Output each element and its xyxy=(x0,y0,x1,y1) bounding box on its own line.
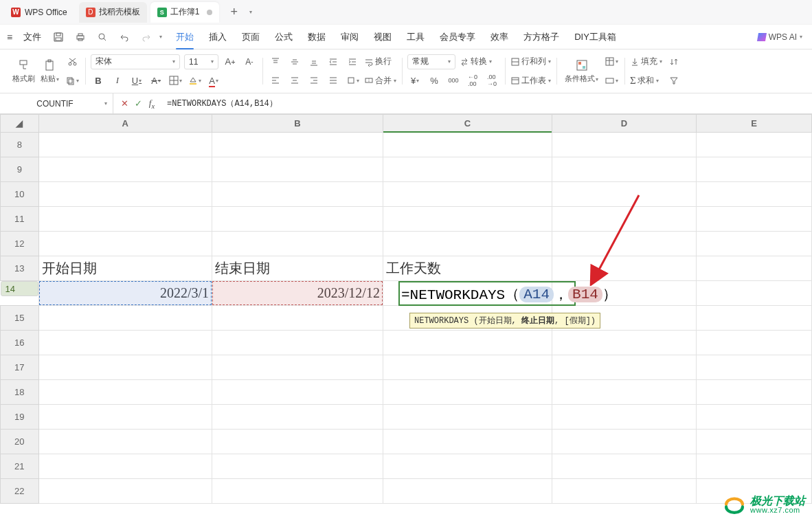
comma-button[interactable]: 000 xyxy=(446,73,461,88)
cell-E15[interactable] xyxy=(696,306,811,331)
cell-B10[interactable] xyxy=(212,182,383,207)
cell-D16[interactable] xyxy=(552,331,697,355)
cell-A16[interactable] xyxy=(38,331,212,355)
cell-D12[interactable] xyxy=(552,232,697,256)
menu-member[interactable]: 会员专享 xyxy=(440,31,475,43)
cell-E17[interactable] xyxy=(696,355,811,380)
formula-input[interactable]: =NETWORKDAYS（A14,B14） xyxy=(163,98,812,109)
row-header-19[interactable]: 19 xyxy=(1,405,39,430)
cell-C22[interactable] xyxy=(383,479,552,504)
redo-button[interactable] xyxy=(137,28,155,46)
preview-button[interactable] xyxy=(93,28,111,46)
decrease-font-button[interactable]: A- xyxy=(242,54,257,69)
cell-A21[interactable] xyxy=(38,454,212,479)
justify-button[interactable] xyxy=(326,73,341,88)
cut-button[interactable] xyxy=(65,54,80,69)
cell-E18[interactable] xyxy=(696,380,811,405)
cell-C11[interactable] xyxy=(383,207,552,232)
cell-A8[interactable] xyxy=(38,133,212,157)
border-button[interactable]: ▾ xyxy=(168,73,183,88)
cell-D9[interactable] xyxy=(552,157,697,182)
qat-dropdown[interactable]: ▾ xyxy=(159,34,162,40)
tab-list-button[interactable]: ▾ xyxy=(242,3,260,21)
cell-D10[interactable] xyxy=(552,182,697,207)
cell-B8[interactable] xyxy=(212,133,383,157)
cell-B15[interactable] xyxy=(212,306,383,331)
cell-C20[interactable] xyxy=(383,430,552,454)
font-size-select[interactable]: 11▾ xyxy=(184,54,218,69)
cell-A13[interactable]: 开始日期 xyxy=(38,256,212,281)
cell-D21[interactable] xyxy=(552,454,697,479)
currency-button[interactable]: ¥▾ xyxy=(407,73,422,88)
cell-B13[interactable]: 结束日期 xyxy=(212,256,383,281)
print-button[interactable] xyxy=(71,28,89,46)
cell-A18[interactable] xyxy=(38,380,212,405)
cell-C17[interactable] xyxy=(383,355,552,380)
col-header-B[interactable]: B xyxy=(212,115,383,133)
cell-B18[interactable] xyxy=(212,380,383,405)
cell-A12[interactable] xyxy=(38,232,212,256)
menu-start[interactable]: 开始 xyxy=(176,31,194,43)
align-left-button[interactable] xyxy=(268,73,283,88)
cell-D18[interactable] xyxy=(552,380,697,405)
name-box[interactable]: ▾ xyxy=(0,93,113,113)
cell-A14[interactable]: 2022/3/1 xyxy=(38,281,212,306)
cell-A10[interactable] xyxy=(38,182,212,207)
cell-B19[interactable] xyxy=(212,405,383,430)
spreadsheet-grid[interactable]: ◢ A B C D E 8 9 10 11 12 13 开始日期 结束日期 工作… xyxy=(0,114,812,522)
menu-insert[interactable]: 插入 xyxy=(209,31,227,43)
col-header-C[interactable]: C xyxy=(383,115,552,133)
cell-B16[interactable] xyxy=(212,331,383,355)
row-header-22[interactable]: 22 xyxy=(1,479,39,504)
select-all-corner[interactable]: ◢ xyxy=(1,115,39,133)
namebox-caret-icon[interactable]: ▾ xyxy=(104,100,107,107)
template-tab[interactable]: D 找稻壳模板 xyxy=(79,2,147,23)
cell-C18[interactable] xyxy=(383,380,552,405)
confirm-formula-button[interactable]: ✓ xyxy=(133,98,144,109)
italic-button[interactable]: I xyxy=(110,73,125,88)
indent-dec-button[interactable] xyxy=(326,54,341,69)
cell-E9[interactable] xyxy=(696,157,811,182)
row-header-16[interactable]: 16 xyxy=(1,331,39,355)
cell-B22[interactable] xyxy=(212,479,383,504)
menu-tools[interactable]: 工具 xyxy=(407,31,425,43)
percent-button[interactable]: % xyxy=(427,73,442,88)
align-center-button[interactable] xyxy=(287,73,302,88)
file-menu[interactable]: 文件 xyxy=(19,31,45,43)
menu-efficiency[interactable]: 效率 xyxy=(490,31,508,43)
cell-A15[interactable] xyxy=(38,306,212,331)
cell-A11[interactable] xyxy=(38,207,212,232)
cell-A17[interactable] xyxy=(38,355,212,380)
merge-button[interactable]: 合并▾ xyxy=(364,75,396,87)
undo-button[interactable] xyxy=(115,28,133,46)
cell-C19[interactable] xyxy=(383,405,552,430)
cell-C9[interactable] xyxy=(383,157,552,182)
row-header-18[interactable]: 18 xyxy=(1,380,39,405)
cell-A9[interactable] xyxy=(38,157,212,182)
filter-button[interactable] xyxy=(666,73,681,88)
menu-ffgz[interactable]: 方方格子 xyxy=(523,31,559,43)
new-tab-button[interactable]: + xyxy=(226,5,242,19)
align-bottom-button[interactable] xyxy=(306,54,322,69)
indent-inc-button[interactable] xyxy=(345,54,360,69)
cell-E14[interactable] xyxy=(696,281,811,306)
fill-button[interactable]: 填充▾ xyxy=(630,56,662,67)
cell-D11[interactable] xyxy=(552,207,697,232)
row-header-12[interactable]: 12 xyxy=(1,232,39,256)
cell-D13[interactable] xyxy=(552,256,697,281)
name-box-input[interactable] xyxy=(5,99,104,109)
cell-B20[interactable] xyxy=(212,430,383,454)
menu-review[interactable]: 审阅 xyxy=(341,31,359,43)
cell-E13[interactable] xyxy=(696,256,811,281)
cell-B17[interactable] xyxy=(212,355,383,380)
fx-button[interactable]: fx xyxy=(146,98,157,110)
save-button[interactable] xyxy=(49,28,67,46)
cell-E20[interactable] xyxy=(696,430,811,454)
row-header-10[interactable]: 10 xyxy=(1,182,39,207)
font-color-button[interactable]: A▾ xyxy=(206,73,221,88)
cond-format-button[interactable]: 条件格式▾ xyxy=(562,52,601,90)
sort-button[interactable] xyxy=(666,54,681,69)
cell-B12[interactable] xyxy=(212,232,383,256)
dec-decrease-button[interactable]: .00→0 xyxy=(484,73,499,88)
wps-ai-button[interactable]: WPS AI ▾ xyxy=(758,32,802,42)
